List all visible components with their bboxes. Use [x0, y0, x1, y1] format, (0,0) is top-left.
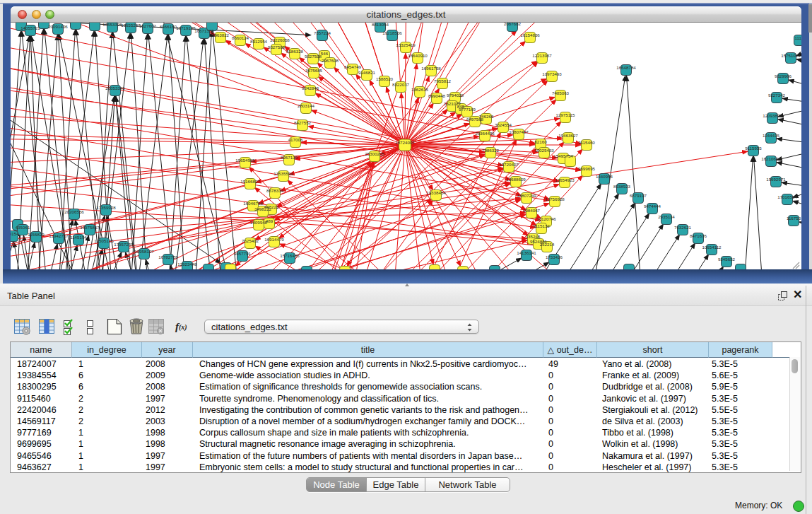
svg-text:8990448: 8990448 [428, 93, 446, 98]
svg-text:10120746: 10120746 [536, 216, 556, 221]
svg-text:9242848: 9242848 [302, 86, 319, 90]
svg-text:16782759: 16782759 [158, 255, 178, 259]
svg-text:7955812: 7955812 [434, 78, 452, 83]
svg-text:16648784: 16648784 [616, 65, 636, 70]
svg-text:15716485: 15716485 [280, 253, 300, 258]
svg-text:1733426: 1733426 [546, 255, 563, 259]
svg-text:8454749: 8454749 [344, 64, 362, 69]
svg-text:15751074: 15751074 [781, 53, 801, 58]
svg-text:10688609: 10688609 [506, 177, 526, 182]
svg-text:3498222: 3498222 [254, 206, 272, 211]
svg-text:18724007: 18724007 [395, 140, 415, 145]
svg-text:10973493: 10973493 [542, 71, 562, 76]
svg-text:435061: 435061 [16, 225, 30, 230]
svg-text:7632621: 7632621 [674, 225, 692, 230]
svg-text:20364436: 20364436 [475, 131, 495, 136]
svg-text:9699695: 9699695 [578, 166, 596, 171]
svg-text:19338454: 19338454 [426, 190, 446, 195]
svg-text:2967608: 2967608 [322, 58, 339, 63]
svg-text:18807249: 18807249 [517, 193, 536, 198]
svg-text:116753: 116753 [787, 216, 801, 221]
svg-text:10958107: 10958107 [134, 249, 154, 254]
svg-text:19166827: 19166827 [240, 179, 260, 184]
svg-text:2935114: 2935114 [658, 214, 675, 219]
svg-text:9115132: 9115132 [533, 223, 550, 228]
svg-text:1145194: 1145194 [70, 235, 87, 240]
svg-text:8471676: 8471676 [690, 233, 707, 238]
svg-text:252214: 252214 [540, 242, 555, 247]
svg-text:8322037: 8322037 [392, 82, 410, 87]
svg-text:20091406: 20091406 [48, 24, 68, 29]
svg-text:8660124: 8660124 [232, 35, 249, 40]
svg-text:16640910: 16640910 [408, 53, 428, 58]
svg-text:7625402: 7625402 [242, 238, 259, 243]
svg-text:9329966: 9329966 [775, 74, 792, 78]
svg-text:10756928: 10756928 [545, 197, 565, 201]
svg-text:7963822: 7963822 [212, 33, 230, 37]
svg-text:8267130: 8267130 [281, 155, 298, 160]
svg-text:6466160: 6466160 [160, 24, 177, 29]
svg-text:20206556: 20206556 [64, 209, 84, 214]
svg-text:20053346: 20053346 [105, 86, 125, 90]
svg-text:10654112: 10654112 [702, 245, 722, 250]
svg-text:1588520: 1588520 [376, 76, 394, 81]
svg-text:10655267: 10655267 [121, 23, 141, 28]
svg-text:8938923: 8938923 [613, 184, 631, 189]
svg-text:6879197: 6879197 [630, 193, 647, 198]
svg-text:16154836: 16154836 [520, 33, 540, 37]
svg-text:17359928: 17359928 [96, 205, 116, 210]
svg-text:16914479: 16914479 [264, 237, 284, 242]
svg-text:16961758: 16961758 [421, 66, 441, 71]
svg-text:16210643: 16210643 [761, 156, 781, 161]
svg-text:10719185: 10719185 [176, 25, 196, 30]
svg-text:15692971: 15692971 [766, 177, 786, 182]
svg-text:1440954: 1440954 [596, 174, 613, 179]
svg-text:7986322: 7986322 [482, 148, 500, 153]
svg-text:9777169: 9777169 [459, 107, 476, 112]
svg-text:23226058: 23226058 [270, 37, 290, 42]
svg-text:7485063: 7485063 [552, 90, 570, 95]
svg-text:9327505: 9327505 [268, 45, 286, 49]
svg-text:546: 546 [321, 51, 329, 56]
svg-text:17016504: 17016504 [777, 194, 797, 199]
svg-text:19654985: 19654985 [235, 158, 255, 163]
svg-text:15720407: 15720407 [499, 162, 519, 167]
svg-text:12923448: 12923448 [177, 262, 197, 267]
svg-text:3624554: 3624554 [495, 122, 512, 127]
svg-text:1409948: 1409948 [250, 220, 268, 225]
svg-text:13535594: 13535594 [273, 171, 293, 176]
svg-text:9457791: 9457791 [234, 251, 252, 256]
svg-text:12213967: 12213967 [532, 53, 552, 58]
svg-text:25300205: 25300205 [365, 151, 384, 156]
svg-text:9245652: 9245652 [718, 257, 736, 262]
svg-text:9115955: 9115955 [745, 146, 762, 151]
svg-text:12093872: 12093872 [763, 113, 782, 118]
svg-text:9115460: 9115460 [578, 140, 595, 145]
svg-text:9227342: 9227342 [768, 93, 786, 98]
svg-text:10975867: 10975867 [80, 225, 100, 230]
svg-text:13325419: 13325419 [396, 42, 416, 47]
svg-text:14055721: 14055721 [20, 25, 40, 30]
svg-text:15495754: 15495754 [553, 153, 573, 158]
svg-text:2803144: 2803144 [298, 103, 315, 108]
svg-text:16046768: 16046768 [243, 201, 263, 206]
svg-text:135246: 135246 [526, 234, 541, 239]
svg-text:10807487: 10807487 [509, 129, 529, 134]
svg-text:7357224: 7357224 [314, 30, 331, 35]
svg-text:19463627: 19463627 [558, 133, 578, 138]
svg-text:9146821: 9146821 [358, 70, 376, 75]
svg-text:8678334: 8678334 [266, 188, 284, 193]
svg-text:6497568: 6497568 [466, 117, 484, 122]
svg-text:1156829: 1156829 [28, 232, 45, 237]
svg-text:39154: 39154 [11, 231, 19, 236]
svg-text:17957255: 17957255 [114, 242, 134, 247]
svg-text:8186328: 8186328 [286, 49, 304, 54]
svg-text:10025433: 10025433 [534, 148, 554, 153]
svg-text:417006: 417006 [288, 137, 303, 142]
svg-text:8912954: 8912954 [250, 39, 268, 44]
svg-text:(x): (x) [179, 323, 187, 332]
svg-text:9084067: 9084067 [523, 208, 541, 213]
svg-text:1527602: 1527602 [139, 23, 157, 28]
svg-text:3675685: 3675685 [305, 68, 323, 73]
svg-text:1244415: 1244415 [763, 133, 780, 138]
